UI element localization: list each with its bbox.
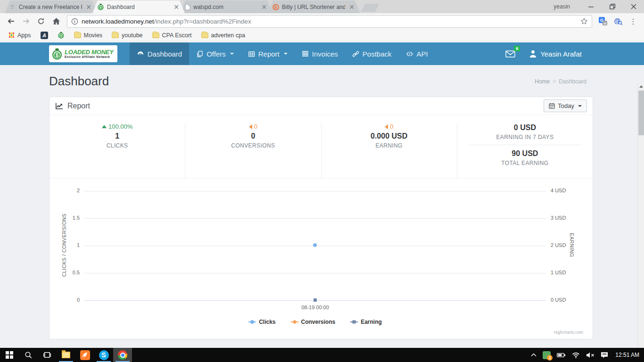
legend-item-earning[interactable]: Earning (350, 318, 382, 326)
user-menu[interactable]: Yeasin Arafat (529, 50, 582, 58)
report-table-icon (248, 50, 255, 58)
action-center-icon[interactable] (601, 352, 608, 358)
stat-earning: 0 0.000 USD EARNING (322, 123, 457, 178)
start-button[interactable] (0, 348, 19, 362)
site-navbar: $ LOADED MONEY Exclusive Affiliate Netwo… (0, 42, 644, 65)
invoices-list-icon (302, 50, 309, 57)
report-panel: Report Today 100.00% 1 CLICKS 0 (49, 97, 593, 339)
tray-app-icon[interactable]: 1 (543, 351, 551, 359)
site-logo[interactable]: $ LOADED MONEY Exclusive Affiliate Netwo… (49, 45, 117, 62)
taskbar-uc-browser[interactable] (75, 348, 94, 362)
page-scrollbar[interactable] (637, 83, 644, 362)
translate-extension-icon[interactable]: G (597, 15, 609, 27)
tab-bitly[interactable]: b Bitly | URL Shortener and ✕ (268, 0, 360, 13)
page-info-icon[interactable] (71, 18, 78, 25)
bookmark-label: CPA Escort (162, 32, 192, 39)
chrome-profile-name[interactable]: yeasin (553, 3, 570, 10)
bookmark-label: Movies (84, 32, 103, 39)
tab-watspd[interactable]: watspd.com ✕ (180, 0, 272, 13)
reload-icon[interactable] (35, 15, 47, 27)
apps-label: Apps (17, 32, 31, 39)
page-header: Dashboard Home > Dashboard (0, 65, 644, 97)
home-icon[interactable] (50, 15, 62, 27)
bookmark-a-logo[interactable]: A (38, 32, 51, 39)
right-axis-tick: 2 USD (551, 242, 584, 248)
battery-icon[interactable] (557, 353, 566, 358)
taskbar-file-explorer[interactable] (57, 348, 75, 362)
bookmark-folder-youtube[interactable]: youtube (109, 32, 145, 39)
date-range-button[interactable]: Today (544, 99, 587, 112)
bookmark-folder-adverten-cpa[interactable]: adverten cpa (198, 32, 248, 39)
tray-notification-badge: 1 (547, 355, 553, 361)
apps-shortcut[interactable]: Apps (6, 32, 34, 39)
taskbar-chrome[interactable] (113, 348, 132, 362)
address-bar[interactable]: network.loadedmoney.net/index.php?r=dash… (67, 15, 592, 28)
new-tab-button[interactable] (361, 4, 379, 12)
legend-label: Earning (361, 319, 382, 325)
nav-label: Offers (206, 50, 226, 58)
nav-item-invoices[interactable]: Invoices (295, 42, 345, 65)
tray-expand-icon[interactable] (531, 353, 537, 357)
gridline (84, 273, 546, 273)
tab-close-icon[interactable]: ✕ (85, 4, 92, 10)
freelancer-favicon (9, 4, 16, 10)
tab-title: Create a new Freelance P (19, 4, 82, 10)
conversions-value: 0 (185, 132, 321, 140)
clicks-data-point[interactable] (313, 243, 317, 247)
nav-item-postback[interactable]: Postback (345, 42, 399, 65)
close-window-button[interactable] (623, 0, 644, 13)
tab-close-icon[interactable]: ✕ (348, 4, 355, 10)
conversions-label: CONVERSIONS (185, 142, 321, 149)
bookmark-folder-movies[interactable]: Movies (71, 32, 106, 39)
highcharts-credit[interactable]: Highcharts.com (553, 330, 583, 335)
chrome-menu-icon[interactable]: ⋮ (627, 17, 639, 26)
left-axis-tick: 2 (50, 188, 80, 193)
bookmark-folder-cpa-escort[interactable]: CPA Escort (149, 32, 195, 39)
right-axis-tick: 3 USD (551, 215, 584, 221)
page-viewport: $ LOADED MONEY Exclusive Affiliate Netwo… (0, 41, 644, 348)
breadcrumb-home[interactable]: Home (535, 78, 550, 85)
stat-conversions: 0 0 CONVERSIONS (185, 123, 321, 178)
minimize-button[interactable] (580, 0, 602, 13)
loaded-money-favicon: $ (97, 3, 104, 10)
tab-close-icon[interactable]: ✕ (260, 4, 268, 10)
earning-data-point[interactable] (314, 298, 317, 302)
nav-item-offers[interactable]: Offers (189, 42, 241, 65)
messages-button[interactable]: 6 (505, 50, 515, 58)
task-view-button[interactable] (38, 348, 57, 362)
nav-label: API (417, 50, 428, 58)
nav-item-api[interactable]: API (399, 42, 435, 65)
stat-earning-totals: 0 USD EARNING IN 7 DAYS 90 USD TOTAL EAR… (457, 123, 593, 178)
scroll-up-icon[interactable] (638, 83, 644, 90)
stats-row: 100.00% 1 CLICKS 0 0 CONVERSIONS 0 0.000… (50, 115, 593, 179)
mention-search-extension-icon[interactable]: @ (612, 15, 624, 27)
bookmark-money-icon[interactable]: $ (55, 32, 67, 39)
volume-muted-icon[interactable] (586, 352, 594, 358)
taskbar-skype[interactable]: S (94, 348, 113, 362)
legend-item-conversions[interactable]: Conversions (291, 318, 336, 326)
tab-close-icon[interactable]: ✕ (173, 4, 180, 10)
tab-title: watspd.com (193, 4, 257, 10)
legend-item-clicks[interactable]: Clicks (248, 318, 275, 326)
nav-item-report[interactable]: Report (241, 42, 295, 65)
postback-link-icon (352, 50, 359, 58)
api-code-icon (406, 50, 413, 58)
report-chart: 2 1.5 1 0.5 0 4 USD 3 USD 2 USD 1 USD 0 … (50, 179, 593, 339)
nav-label: Dashboard (148, 50, 182, 58)
restore-button[interactable] (602, 0, 623, 13)
folder-icon (201, 33, 208, 38)
scrollbar-thumb[interactable] (638, 90, 644, 135)
url-text[interactable]: network.loadedmoney.net/index.php?r=dash… (82, 18, 577, 25)
taskbar-search-button[interactable] (19, 348, 38, 362)
tab-freelancer[interactable]: Create a new Freelance P ✕ (5, 0, 97, 13)
tab-dashboard[interactable]: $ Dashboard ✕ (92, 0, 185, 13)
taskbar-clock[interactable]: 12:51 AM (615, 352, 639, 358)
wifi-icon[interactable] (572, 352, 580, 358)
chevron-down-icon (284, 53, 288, 55)
folder-icon (74, 33, 81, 38)
chart-line-icon (55, 102, 63, 110)
bookmark-star-icon[interactable] (580, 17, 588, 25)
earning-7days-label: EARNING IN 7 DAYS (457, 134, 593, 140)
back-icon[interactable] (5, 15, 17, 27)
nav-item-dashboard[interactable]: Dashboard (130, 42, 189, 65)
